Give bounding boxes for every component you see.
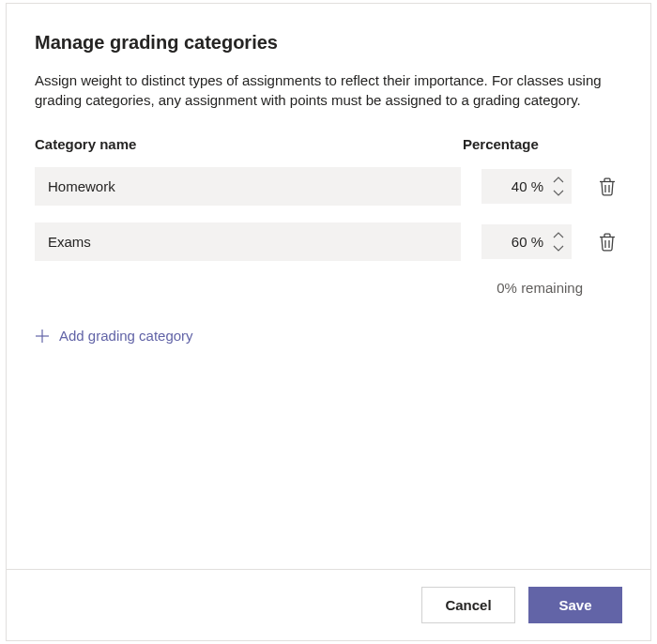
percentage-value: 40 % xyxy=(493,178,547,194)
remaining-row: 0% remaining xyxy=(35,280,622,296)
manage-grading-categories-dialog: Manage grading categories Assign weight … xyxy=(6,3,651,641)
delete-category-button[interactable] xyxy=(592,227,622,257)
header-category-name: Category name xyxy=(35,136,463,152)
dialog-title: Manage grading categories xyxy=(35,32,622,54)
chevron-up-icon[interactable] xyxy=(551,230,566,241)
chevron-up-icon[interactable] xyxy=(551,175,566,186)
add-grading-category-label: Add grading category xyxy=(59,328,193,344)
dialog-description: Assign weight to distinct types of assig… xyxy=(35,70,622,110)
percentage-value: 60 % xyxy=(493,234,547,250)
cancel-button[interactable]: Cancel xyxy=(421,587,515,623)
percentage-field[interactable]: 40 % xyxy=(481,169,572,204)
column-headers: Category name Percentage xyxy=(35,136,622,152)
delete-category-button[interactable] xyxy=(592,172,622,202)
category-name-input[interactable] xyxy=(35,222,461,261)
save-button[interactable]: Save xyxy=(528,587,622,623)
chevron-down-icon[interactable] xyxy=(551,242,566,253)
remaining-text: 0% remaining xyxy=(497,280,583,296)
category-row: 40 % xyxy=(35,167,622,206)
plus-icon xyxy=(35,329,50,344)
header-percentage: Percentage xyxy=(463,136,585,152)
category-row: 60 % xyxy=(35,222,622,261)
add-grading-category-button[interactable]: Add grading category xyxy=(35,328,622,344)
percentage-field[interactable]: 60 % xyxy=(481,224,572,259)
chevron-down-icon[interactable] xyxy=(551,187,566,198)
dialog-footer: Cancel Save xyxy=(7,569,650,640)
category-name-input[interactable] xyxy=(35,167,461,206)
